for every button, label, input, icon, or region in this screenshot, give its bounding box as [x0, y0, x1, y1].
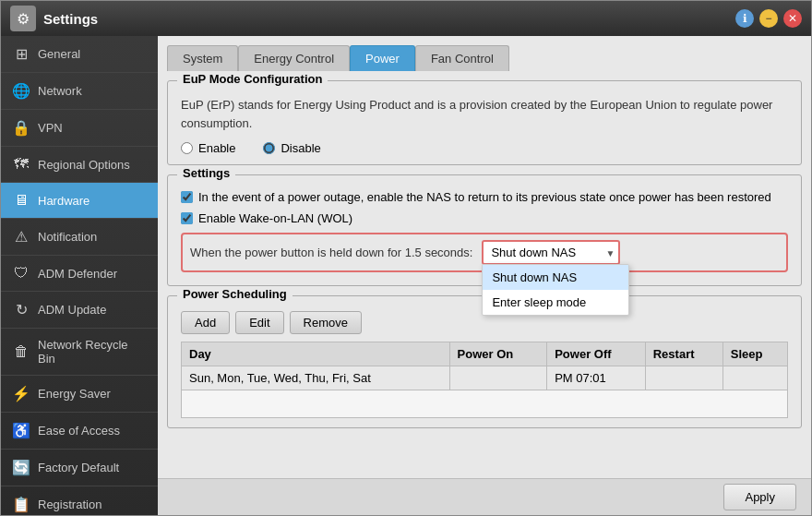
eup-disable-input[interactable] — [263, 142, 275, 154]
sidebar-item-adm-update[interactable]: ↻ ADM Update — [1, 292, 158, 329]
eup-content: EuP (ErP) stands for Energy Using Produc… — [181, 96, 788, 155]
main-layout: ⊞ General 🌐 Network 🔒 VPN 🗺 Regional Opt… — [1, 36, 811, 515]
add-schedule-button[interactable]: Add — [181, 311, 230, 334]
col-power-on: Power On — [449, 342, 547, 366]
notification-icon: ⚠ — [12, 228, 30, 246]
eup-enable-input[interactable] — [181, 142, 193, 154]
eup-enable-label: Enable — [198, 141, 235, 155]
sidebar-item-network-recycle-bin[interactable]: 🗑 Network Recycle Bin — [1, 329, 158, 376]
window-controls: ℹ − ✕ — [735, 9, 802, 28]
eup-mode-title: EuP Mode Configuration — [177, 72, 328, 86]
hardware-icon: 🖥 — [12, 192, 30, 209]
cell-power-off: PM 07:01 — [547, 366, 646, 390]
sidebar-item-hardware[interactable]: 🖥 Hardware — [1, 183, 158, 219]
eup-mode-panel: EuP Mode Configuration EuP (ErP) stands … — [167, 80, 802, 165]
col-day: Day — [182, 342, 450, 366]
schedule-table: Day Power On Power Off Restart Sleep Sun… — [181, 342, 788, 418]
cell-day: Sun, Mon, Tue, Wed, Thu, Fri, Sat — [182, 366, 450, 390]
sidebar-item-regional-options[interactable]: 🗺 Regional Options — [1, 147, 158, 183]
col-sleep: Sleep — [722, 342, 787, 366]
tab-bar: System Energy Control Power Fan Control — [167, 45, 802, 71]
sidebar-label-factory-default: Factory Default — [38, 461, 119, 474]
power-scheduling-title: Power Scheduling — [177, 287, 293, 301]
dropdown-option-shutdown[interactable]: Shut down NAS — [483, 265, 628, 290]
edit-schedule-button[interactable]: Edit — [235, 311, 283, 334]
tab-power[interactable]: Power — [350, 45, 415, 71]
settings-title: Settings — [177, 166, 235, 180]
sidebar-item-ease-of-access[interactable]: ♿ Ease of Access — [1, 413, 158, 450]
regional-icon: 🗺 — [12, 156, 30, 173]
power-button-label: When the power button is held down for 1… — [190, 246, 472, 259]
sidebar-label-regional-options: Regional Options — [38, 158, 130, 172]
sidebar-label-energy-saver: Energy Saver — [38, 387, 111, 401]
checkbox-power-outage[interactable]: In the event of a power outage, enable t… — [181, 190, 788, 204]
sidebar-label-ease-of-access: Ease of Access — [38, 424, 120, 438]
ease-of-access-icon: ♿ — [12, 422, 30, 439]
registration-icon: 📋 — [12, 496, 30, 513]
power-button-select[interactable]: Shut down NAS Enter sleep mode — [482, 240, 620, 265]
tab-system[interactable]: System — [167, 45, 238, 71]
tab-fan-control[interactable]: Fan Control — [415, 45, 509, 71]
apply-button[interactable]: Apply — [723, 484, 796, 510]
eup-description: EuP (ErP) stands for Energy Using Produc… — [181, 96, 788, 132]
sidebar-item-registration[interactable]: 📋 Registration — [1, 486, 158, 515]
checkbox-wol-input[interactable] — [181, 212, 193, 224]
eup-enable-radio[interactable]: Enable — [181, 141, 235, 155]
minimize-button[interactable]: − — [759, 9, 778, 28]
factory-default-icon: 🔄 — [12, 459, 30, 476]
content-area: System Energy Control Power Fan Control … — [158, 36, 811, 478]
power-button-dropdown-wrapper: Shut down NAS Enter sleep mode ▼ Shut do… — [482, 240, 620, 265]
sidebar-item-network[interactable]: 🌐 Network — [1, 73, 158, 110]
power-button-row: When the power button is held down for 1… — [181, 233, 788, 272]
right-panel: System Energy Control Power Fan Control … — [158, 36, 811, 515]
sidebar: ⊞ General 🌐 Network 🔒 VPN 🗺 Regional Opt… — [1, 36, 158, 515]
adm-defender-icon: 🛡 — [12, 265, 30, 282]
network-recycle-icon: 🗑 — [12, 343, 30, 360]
sidebar-item-general[interactable]: ⊞ General — [1, 36, 158, 73]
col-restart: Restart — [645, 342, 722, 366]
energy-saver-icon: ⚡ — [12, 385, 30, 402]
eup-radio-group: Enable Disable — [181, 141, 788, 155]
settings-content: In the event of a power outage, enable t… — [181, 190, 788, 272]
sidebar-label-adm-defender: ADM Defender — [38, 267, 117, 281]
sidebar-item-energy-saver[interactable]: ⚡ Energy Saver — [1, 376, 158, 413]
sidebar-label-vpn: VPN — [38, 121, 63, 135]
app-icon: ⚙ — [10, 6, 36, 31]
sidebar-item-notification[interactable]: ⚠ Notification — [1, 219, 158, 256]
adm-update-icon: ↻ — [12, 301, 30, 318]
cell-power-on — [449, 366, 547, 390]
info-button[interactable]: ℹ — [735, 9, 754, 28]
table-row: Sun, Mon, Tue, Wed, Thu, Fri, Sat PM 07:… — [182, 366, 788, 390]
dropdown-option-sleep[interactable]: Enter sleep mode — [483, 290, 628, 315]
sidebar-label-network: Network — [38, 84, 82, 98]
sidebar-label-general: General — [38, 47, 80, 61]
checkbox-wol[interactable]: Enable Wake-on-LAN (WOL) — [181, 211, 788, 225]
sidebar-label-network-recycle-bin: Network Recycle Bin — [38, 338, 147, 366]
network-icon: 🌐 — [12, 82, 30, 100]
remove-schedule-button[interactable]: Remove — [290, 311, 362, 334]
eup-disable-label: Disable — [281, 141, 320, 155]
checkbox-power-outage-label: In the event of a power outage, enable t… — [198, 190, 771, 204]
general-icon: ⊞ — [12, 45, 30, 63]
schedule-table-header-row: Day Power On Power Off Restart Sleep — [182, 342, 788, 366]
cell-restart — [645, 366, 722, 390]
power-button-dropdown-popup: Shut down NAS Enter sleep mode — [482, 264, 629, 316]
sidebar-item-factory-default[interactable]: 🔄 Factory Default — [1, 450, 158, 486]
schedule-table-head: Day Power On Power Off Restart Sleep — [182, 342, 788, 366]
sidebar-label-notification: Notification — [38, 230, 97, 244]
title-bar: ⚙ Settings ℹ − ✕ — [1, 1, 811, 36]
sidebar-label-hardware: Hardware — [38, 194, 90, 208]
vpn-icon: 🔒 — [12, 119, 30, 137]
sidebar-label-adm-update: ADM Update — [38, 303, 106, 317]
schedule-table-body: Sun, Mon, Tue, Wed, Thu, Fri, Sat PM 07:… — [182, 366, 788, 418]
eup-disable-radio[interactable]: Disable — [263, 141, 320, 155]
tab-energy-control[interactable]: Energy Control — [238, 45, 350, 71]
sidebar-label-registration: Registration — [38, 498, 102, 511]
footer: Apply — [158, 478, 811, 515]
checkbox-wol-label: Enable Wake-on-LAN (WOL) — [198, 211, 352, 225]
close-button[interactable]: ✕ — [783, 9, 802, 28]
sidebar-item-adm-defender[interactable]: 🛡 ADM Defender — [1, 256, 158, 292]
checkbox-power-outage-input[interactable] — [181, 191, 193, 203]
sidebar-item-vpn[interactable]: 🔒 VPN — [1, 110, 158, 147]
cell-sleep — [722, 366, 787, 390]
